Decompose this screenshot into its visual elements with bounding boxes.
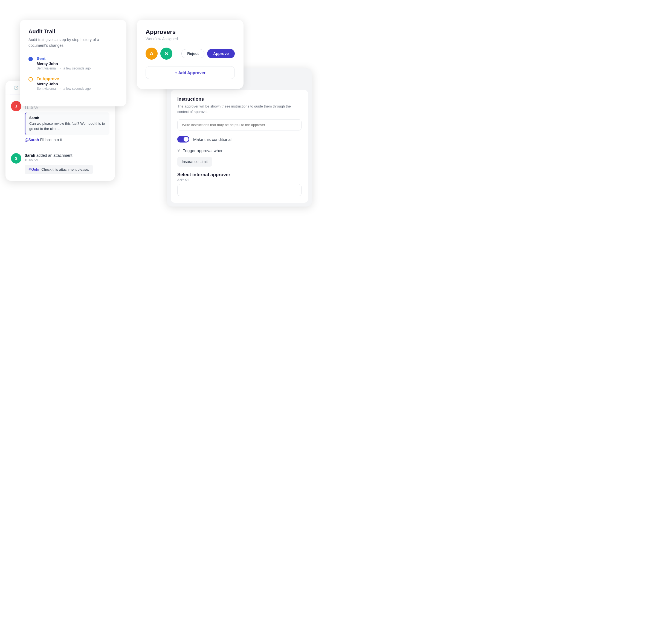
audit-item-approve: To Approve Mercy John Sent via email · a… <box>28 76 118 91</box>
conditional-row: Make this conditional <box>177 136 302 142</box>
approver-select-box[interactable] <box>177 184 302 196</box>
add-approver-button[interactable]: + Add Approver <box>145 66 235 79</box>
avatar-sarah: S <box>11 153 21 164</box>
attachment-note: @John Check this attachment please. <box>25 165 93 174</box>
audit-item-sent: Sent Mercy John Sent via email · a few s… <box>28 56 118 70</box>
activity-divider <box>11 148 110 148</box>
conditional-toggle[interactable] <box>177 136 189 142</box>
approve-button[interactable]: Approve <box>207 49 235 58</box>
trigger-row: ⑂ Trigger approval when <box>177 148 302 153</box>
sarah-action: Sarah added an attachment <box>25 153 93 157</box>
instructions-desc: The approver will be shown these instruc… <box>177 104 302 114</box>
approve-meta: Sent via email · a few seconds ago <box>37 87 91 91</box>
any-of-label: ANY OF <box>177 178 302 181</box>
approve-dot <box>28 77 33 81</box>
conditional-label: Make this conditional <box>193 137 231 142</box>
reject-button[interactable]: Reject <box>181 49 204 58</box>
avatar-s: S <box>160 48 173 60</box>
approver-panel: 1ST Approver 1 Instructions The approver… <box>167 68 312 206</box>
toggle-knob <box>183 137 189 142</box>
activity-item-sarah: S Sarah added an attachment 10.05 AM @Jo… <box>5 149 115 178</box>
insurance-badge: Insurance Limit <box>177 157 212 167</box>
approve-status: To Approve <box>37 76 91 81</box>
approve-name: Mercy John <box>37 82 91 86</box>
sarah-quote: Sarah Can we please review this fast? We… <box>25 113 110 135</box>
approvers-title: Approvers <box>145 28 235 36</box>
avatar-a: A <box>145 48 157 60</box>
select-approver-title: Select internal approver <box>177 172 302 178</box>
sarah-time: 10.05 AM <box>25 158 93 162</box>
instructions-title: Instructions <box>177 97 302 102</box>
clock-icon: 🕐 <box>14 86 18 90</box>
panel-body: Instructions The approver will be shown … <box>171 90 308 203</box>
sent-meta: Sent via email · a few seconds ago <box>37 66 91 70</box>
audit-trail-card: Audit Trail Audit trail gives a step by … <box>20 20 126 106</box>
workflow-label: Workflow Assigned <box>145 37 235 41</box>
activity-feed: J John Doe replied to Sarah's message 11… <box>5 94 115 181</box>
instructions-input[interactable] <box>177 119 302 130</box>
sent-status: Sent <box>37 56 91 61</box>
quote-author: Sarah <box>29 116 106 120</box>
sent-name: Mercy John <box>37 62 91 66</box>
audit-trail-desc: Audit trail gives a step by step history… <box>28 37 118 48</box>
trigger-icon: ⑂ <box>177 148 180 153</box>
trigger-label: Trigger approval when <box>183 148 224 153</box>
sent-dot <box>28 57 33 61</box>
approvers-card: Approvers Workflow Assigned A S Reject A… <box>137 20 243 89</box>
audit-trail-title: Audit Trail <box>28 28 118 35</box>
approvers-row: A S Reject Approve <box>145 48 235 60</box>
john-reply: @Sarah I'll look into it <box>25 138 110 142</box>
quote-text: Can we please review this fast? We need … <box>29 121 106 131</box>
